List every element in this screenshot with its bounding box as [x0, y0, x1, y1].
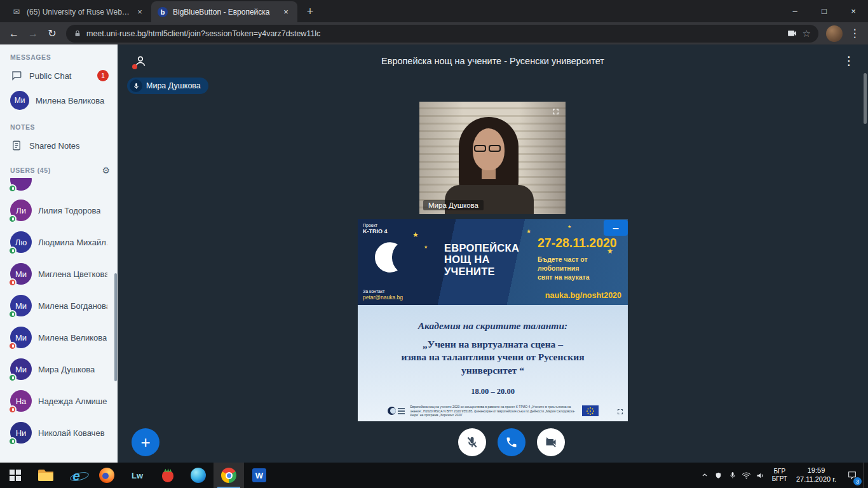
event-line: изява на талантливи учени от Русенския [358, 351, 628, 363]
avatar: Ни [10, 422, 32, 444]
eu-flag [582, 405, 599, 416]
talking-indicator[interactable]: Мира Душкова [127, 78, 208, 94]
status-badge [8, 342, 17, 350]
new-tab-button[interactable]: + [301, 3, 319, 20]
user-name: Милена Великова [38, 333, 107, 342]
bigbluebutton-app: MESSAGES Public Chat 1 Ми Милена Великов… [0, 44, 868, 463]
back-button[interactable]: ← [5, 25, 23, 43]
user-item[interactable]: Лю Людмила Михайл… [0, 226, 118, 258]
chrome-icon[interactable] [214, 463, 244, 488]
window-controls: – □ × [780, 0, 868, 22]
url-text: meet.uni-ruse.bg/html5client/join?sessio… [86, 29, 782, 38]
file-explorer-icon[interactable] [31, 463, 61, 488]
star-icon: ★ [424, 245, 428, 250]
word-icon[interactable]: W [244, 463, 275, 488]
internet-explorer-icon[interactable]: e [61, 463, 92, 488]
actions-button[interactable]: + [132, 428, 159, 456]
lw-app-icon[interactable]: Lw [122, 463, 153, 488]
browser-menu-button[interactable]: ⋮ [846, 27, 863, 40]
shared-notes-item[interactable]: Shared Notes [0, 135, 118, 156]
poster-site: nauka.bg/nosht2020 [545, 291, 621, 300]
reload-button[interactable]: ↻ [43, 25, 61, 43]
poster-header: Проект K-TRIO 4 ★ ★ ★ ★ ★ ЕВРОПЕЙСКА [358, 219, 628, 305]
show-desktop-button[interactable] [864, 463, 867, 488]
taskbar-apps: e Lw W [0, 463, 275, 488]
poster-contact: За контакт petar@nauka.bg [363, 288, 403, 301]
leave-audio-button[interactable] [498, 428, 526, 456]
user-item[interactable]: Ми Мира Душкова [0, 353, 118, 385]
status-badge [8, 405, 17, 414]
blue-sphere-app-icon[interactable] [183, 463, 214, 488]
star-icon: ★ [567, 224, 571, 229]
notification-count-badge: 3 [853, 477, 862, 485]
taskbar-clock[interactable]: 19:59 27.11.2020 г. [792, 466, 841, 484]
status-badge [8, 374, 17, 382]
camera-in-use-icon[interactable] [787, 28, 797, 39]
language-indicator[interactable]: БГР БГРТ [768, 468, 792, 484]
action-center-button[interactable]: 3 [841, 463, 864, 488]
user-item[interactable]: Ли Лилия Тодорова [0, 194, 118, 226]
poster-date: 27-28.11.2020 [538, 236, 617, 250]
user-item[interactable]: Ми Милена Великова [0, 322, 118, 353]
browser-toolbar: ← → ↻ meet.uni-ruse.bg/html5client/join?… [0, 22, 868, 44]
webcam-fullscreen-button[interactable] [551, 107, 560, 119]
user-list: Ли Лилия Тодорова Лю Людмила Михайл… Ми … [0, 178, 118, 449]
public-chat-item[interactable]: Public Chat 1 [0, 65, 118, 86]
tab-bigbluebutton[interactable]: b BigBlueButton - Европейска × [151, 1, 297, 22]
avatar: На [10, 390, 32, 412]
wifi-icon[interactable] [740, 463, 754, 488]
main-area: Европейска нощ на учените - Русенски уни… [118, 44, 868, 463]
tab-close-icon[interactable]: × [135, 7, 145, 17]
private-chat-item[interactable]: Ми Милена Великова [0, 86, 118, 114]
strawberry-app-icon[interactable] [153, 463, 183, 488]
status-badge [8, 310, 17, 318]
sidebar-scrollbar[interactable] [114, 273, 117, 381]
window-close-button[interactable]: × [839, 0, 868, 22]
avatar: Ми [10, 295, 32, 316]
tray-mic-icon[interactable] [726, 463, 740, 488]
main-scrollbar[interactable] [864, 73, 867, 124]
tab-close-icon[interactable]: × [281, 7, 291, 17]
user-item[interactable]: Ни Николай Ковачев [0, 417, 118, 449]
manage-users-button[interactable]: ⚙ [102, 165, 110, 175]
taskbar: e Lw W [0, 463, 868, 488]
avatar: Ли [10, 200, 32, 221]
moon-icon [374, 241, 407, 276]
user-name: Людмила Михайл… [38, 238, 107, 247]
defender-icon[interactable] [712, 463, 726, 488]
screen: ✉ (65) University of Ruse Webmail : × b … [0, 0, 868, 488]
forward-button[interactable]: → [24, 25, 42, 43]
volume-icon[interactable] [754, 463, 768, 488]
mail-favicon-icon: ✉ [11, 7, 22, 17]
audio-video-controls [458, 428, 565, 456]
browser-tab-bar: ✉ (65) University of Ruse Webmail : × b … [0, 0, 868, 22]
start-button[interactable] [0, 463, 31, 488]
profile-avatar[interactable] [826, 25, 843, 42]
user-item[interactable]: Ми Милена Богданова [0, 290, 118, 322]
user-name: Мира Душкова [38, 365, 95, 374]
bookmark-star-icon[interactable]: ☆ [803, 28, 811, 39]
messages-label: MESSAGES [0, 44, 118, 65]
sidebar: MESSAGES Public Chat 1 Ми Милена Великов… [0, 44, 118, 463]
user-item-partial[interactable] [0, 178, 118, 194]
user-name: Лилия Тодорова [38, 206, 100, 215]
window-maximize-button[interactable]: □ [810, 0, 839, 22]
tab-webmail[interactable]: ✉ (65) University of Ruse Webmail : × [5, 1, 151, 22]
tray-expand-button[interactable] [698, 463, 712, 488]
presentation-fullscreen-button[interactable] [616, 407, 625, 419]
share-webcam-button[interactable] [537, 428, 565, 456]
minimize-presentation-button[interactable]: – [604, 220, 628, 236]
options-menu-button[interactable]: ⋮ [841, 53, 857, 68]
avatar: Ми [10, 327, 32, 348]
private-chat-name: Милена Великова [36, 96, 104, 105]
user-item[interactable]: На Надежда Алмише… [0, 385, 118, 417]
mute-button[interactable] [458, 428, 486, 456]
user-item[interactable]: Ми Миглена Цветкова [0, 258, 118, 290]
notes-icon [10, 139, 23, 152]
public-chat-label: Public Chat [29, 71, 71, 81]
glasses [474, 145, 503, 152]
window-minimize-button[interactable]: – [780, 0, 810, 22]
shared-notes-label: Shared Notes [29, 141, 80, 151]
firefox-icon[interactable] [92, 463, 122, 488]
address-bar[interactable]: meet.uni-ruse.bg/html5client/join?sessio… [66, 25, 818, 43]
